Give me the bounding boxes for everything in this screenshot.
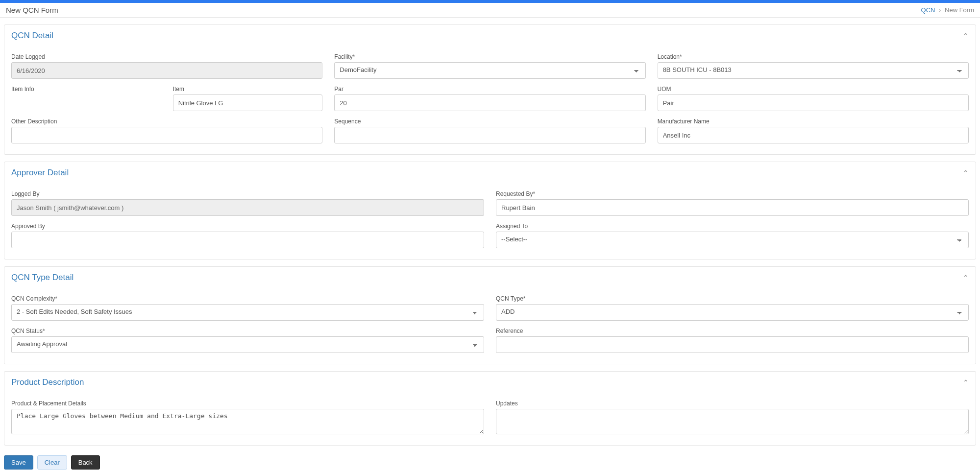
label-updates: Updates (496, 400, 969, 407)
label-par: Par (334, 86, 645, 93)
logged-by-input (11, 199, 484, 216)
label-item: Item (173, 86, 323, 93)
panel-qcn-detail: QCN Detail ⌃ Date Logged Facility* DemoF… (4, 24, 976, 155)
breadcrumb: QCN › New Form (921, 6, 974, 14)
requested-by-input[interactable] (496, 199, 969, 216)
panel-title: QCN Detail (11, 31, 53, 41)
qcn-status-select[interactable]: Awaiting Approval (11, 336, 484, 353)
label-reference: Reference (496, 328, 969, 334)
item-input[interactable] (173, 94, 323, 111)
chevron-up-icon[interactable]: ⌃ (963, 274, 969, 282)
panel-title: Approver Detail (11, 168, 69, 178)
assigned-to-select[interactable]: --Select-- (496, 232, 969, 248)
panel-header-approver-detail[interactable]: Approver Detail ⌃ (4, 162, 976, 182)
label-requested-by: Requested By* (496, 190, 969, 197)
other-description-input[interactable] (11, 127, 322, 143)
qcn-type-select[interactable]: ADD (496, 304, 969, 321)
label-location: Location* (658, 53, 969, 60)
location-select[interactable]: 8B SOUTH ICU - 8B013 (658, 62, 969, 79)
page-title: New QCN Form (6, 6, 58, 14)
qcn-complexity-select[interactable]: 2 - Soft Edits Needed, Soft Safety Issue… (11, 304, 484, 321)
panel-header-product-description[interactable]: Product Description ⌃ (4, 372, 976, 391)
save-button[interactable]: Save (4, 455, 33, 470)
label-logged-by: Logged By (11, 190, 484, 197)
date-logged-input (11, 62, 322, 79)
panel-title: QCN Type Detail (11, 273, 74, 283)
panel-header-qcn-type-detail[interactable]: QCN Type Detail ⌃ (4, 267, 976, 286)
label-qcn-complexity: QCN Complexity* (11, 295, 484, 302)
sequence-input[interactable] (334, 127, 645, 143)
clear-button[interactable]: Clear (37, 455, 67, 470)
label-item-info: Item Info (11, 86, 161, 93)
breadcrumb-root[interactable]: QCN (921, 6, 935, 14)
label-approved-by: Approved By (11, 223, 484, 230)
breadcrumb-current: New Form (945, 6, 974, 14)
label-facility: Facility* (334, 53, 645, 60)
panel-approver-detail: Approver Detail ⌃ Logged By Requested By… (4, 162, 976, 259)
label-qcn-type: QCN Type* (496, 295, 969, 302)
panel-header-qcn-detail[interactable]: QCN Detail ⌃ (4, 25, 976, 45)
panel-title: Product Description (11, 377, 84, 387)
chevron-up-icon[interactable]: ⌃ (963, 169, 969, 177)
par-input[interactable] (334, 94, 645, 111)
panel-qcn-type-detail: QCN Type Detail ⌃ QCN Complexity* 2 - So… (4, 266, 976, 364)
reference-input[interactable] (496, 336, 969, 353)
uom-input[interactable] (658, 94, 969, 111)
breadcrumb-separator: › (939, 6, 941, 14)
label-assigned-to: Assigned To (496, 223, 969, 230)
label-placement-details: Product & Placement Details (11, 400, 484, 407)
label-other-description: Other Description (11, 118, 322, 125)
label-date-logged: Date Logged (11, 53, 322, 60)
label-uom: UOM (658, 86, 969, 93)
label-qcn-status: QCN Status* (11, 328, 484, 334)
placement-details-textarea[interactable] (11, 409, 484, 434)
chevron-up-icon[interactable]: ⌃ (963, 32, 969, 40)
back-button[interactable]: Back (71, 455, 100, 470)
chevron-up-icon[interactable]: ⌃ (963, 378, 969, 386)
manufacturer-name-input[interactable] (658, 127, 969, 143)
facility-select[interactable]: DemoFacility (334, 62, 645, 79)
label-manufacturer-name: Manufacturer Name (658, 118, 969, 125)
label-sequence: Sequence (334, 118, 645, 125)
panel-product-description: Product Description ⌃ Product & Placemen… (4, 371, 976, 446)
approved-by-input[interactable] (11, 232, 484, 248)
updates-textarea[interactable] (496, 409, 969, 434)
page-header: New QCN Form QCN › New Form (0, 3, 980, 18)
footer-actions: Save Clear Back (0, 450, 980, 471)
